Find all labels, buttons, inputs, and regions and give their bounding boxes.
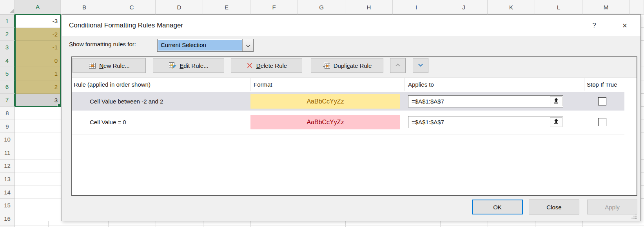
cell[interactable]	[15, 146, 61, 160]
cf-rules-manager-dialog: Conditional Formatting Rules Manager ? ✕…	[62, 15, 641, 221]
column-headers: A B C D E F G H I J K L M	[15, 0, 644, 15]
column-separator	[405, 78, 405, 91]
edit-rule-button[interactable]: Edit Rule...	[153, 58, 224, 73]
format-column-header: Format	[254, 77, 272, 92]
row-header[interactable]: 2	[0, 28, 15, 41]
applies-to-input[interactable]	[408, 95, 563, 107]
apply-button[interactable]: Apply	[587, 200, 637, 214]
row-header[interactable]: 7	[0, 94, 15, 107]
column-header[interactable]: K	[488, 0, 535, 15]
show-rules-label: Show formatting rules for:	[69, 41, 136, 47]
row-header[interactable]: 13	[0, 173, 15, 186]
ok-button[interactable]: OK	[472, 200, 523, 214]
fill-handle[interactable]	[58, 104, 61, 107]
rules-list-container: New Rule... Edit Rule...	[71, 56, 637, 196]
row-header[interactable]: 1	[0, 15, 15, 28]
cell[interactable]	[15, 173, 61, 186]
dropdown-selected-value: Current Selection	[158, 40, 242, 51]
row-header[interactable]: 5	[0, 67, 15, 80]
move-rule-down-button[interactable]	[413, 58, 428, 73]
column-header[interactable]: J	[440, 0, 488, 15]
column-header[interactable]: D	[156, 0, 203, 15]
grid-area	[641, 15, 644, 227]
dialog-title: Conditional Formatting Rules Manager	[69, 15, 183, 36]
collapse-dialog-button[interactable]	[550, 117, 562, 127]
row-header[interactable]: 8	[0, 107, 15, 120]
row-header	[0, 225, 15, 227]
collapse-dialog-icon	[553, 118, 559, 126]
cell[interactable]	[15, 133, 61, 146]
row-header[interactable]: 11	[0, 146, 15, 160]
close-button[interactable]: Close	[529, 200, 579, 214]
rule-row[interactable]: Cell Value = 0 AaBbCcYyZz	[72, 113, 624, 131]
chevron-down-icon	[246, 42, 250, 49]
column-header[interactable]: L	[535, 0, 582, 15]
delete-rule-label: Delete Rule	[256, 62, 287, 69]
rule-column-header: Rule (applied in order shown)	[74, 77, 151, 92]
row-header[interactable]: 3	[0, 41, 15, 54]
new-rule-button[interactable]: New Rule...	[73, 58, 146, 73]
cell[interactable]: -3	[15, 15, 61, 28]
format-preview: AaBbCcYyZz	[250, 115, 400, 129]
column-separator	[584, 78, 584, 91]
column-a-cells: -3 -2 -1 0 1 2 3	[15, 15, 61, 225]
column-header[interactable]	[630, 0, 644, 15]
applies-to-column-header: Applies to	[408, 77, 434, 92]
move-rule-up-button[interactable]	[390, 58, 406, 73]
help-button[interactable]: ?	[589, 20, 600, 31]
applies-to-input[interactable]	[408, 116, 563, 128]
resize-grip-icon[interactable]	[631, 213, 637, 221]
column-header[interactable]: B	[61, 0, 108, 15]
rule-row[interactable]: Cell Value between -2 and 2 AaBbCcYyZz	[72, 92, 624, 111]
row-headers: 1 2 3 4 5 6 7 8 9 10 11 12 13 14 15 16	[0, 15, 15, 227]
column-header[interactable]: C	[108, 0, 156, 15]
dropdown-button[interactable]	[242, 39, 253, 51]
row-header[interactable]: 4	[0, 54, 15, 67]
cell[interactable]: -2	[15, 28, 61, 41]
duplicate-rule-label: Duplicate Rule	[334, 62, 372, 69]
dialog-titlebar: Conditional Formatting Rules Manager ? ✕	[62, 15, 640, 36]
row-header[interactable]: 6	[0, 80, 15, 94]
cell[interactable]	[15, 160, 61, 173]
column-header[interactable]: M	[582, 0, 630, 15]
delete-rule-button[interactable]: Delete Rule	[231, 58, 302, 73]
column-header[interactable]: E	[203, 0, 250, 15]
select-all-icon	[9, 9, 14, 13]
column-header[interactable]: A	[15, 0, 61, 15]
show-rules-label-accel: S	[69, 41, 73, 47]
duplicate-rule-button[interactable]: Duplicate Rule	[311, 58, 383, 73]
cell[interactable]: 3	[15, 94, 61, 107]
cell[interactable]	[15, 107, 61, 120]
gridline	[15, 225, 644, 225]
cell[interactable]	[15, 199, 61, 212]
column-header[interactable]: G	[298, 0, 345, 15]
cell[interactable]: -1	[15, 41, 61, 54]
new-rule-table-icon	[89, 62, 96, 69]
show-rules-dropdown[interactable]: Current Selection	[157, 39, 254, 52]
row-header[interactable]: 9	[0, 120, 15, 133]
row-header[interactable]: 12	[0, 160, 15, 173]
rule-name: Cell Value between -2 and 2	[90, 92, 163, 111]
chevron-up-icon	[395, 62, 401, 69]
chevron-down-icon	[417, 62, 424, 69]
row-header[interactable]: 10	[0, 133, 15, 146]
column-header[interactable]: H	[345, 0, 393, 15]
row-divider	[72, 134, 624, 134]
stop-if-true-checkbox[interactable]	[598, 97, 606, 105]
cell[interactable]: 2	[15, 80, 61, 94]
column-header[interactable]: I	[393, 0, 440, 15]
cell[interactable]	[15, 186, 61, 199]
cell[interactable]: 0	[15, 54, 61, 67]
column-header[interactable]: F	[250, 0, 298, 15]
close-icon[interactable]: ✕	[619, 20, 630, 31]
select-all-button[interactable]	[0, 0, 15, 15]
collapse-dialog-button[interactable]	[550, 96, 562, 106]
stop-if-true-checkbox[interactable]	[598, 118, 606, 126]
cell[interactable]: 1	[15, 67, 61, 80]
row-header[interactable]: 16	[0, 212, 15, 225]
row-header[interactable]: 14	[0, 186, 15, 199]
row-header[interactable]: 15	[0, 199, 15, 212]
new-rule-label: New Rule...	[99, 62, 130, 69]
cell[interactable]	[15, 120, 61, 133]
rule-name: Cell Value = 0	[90, 113, 126, 131]
